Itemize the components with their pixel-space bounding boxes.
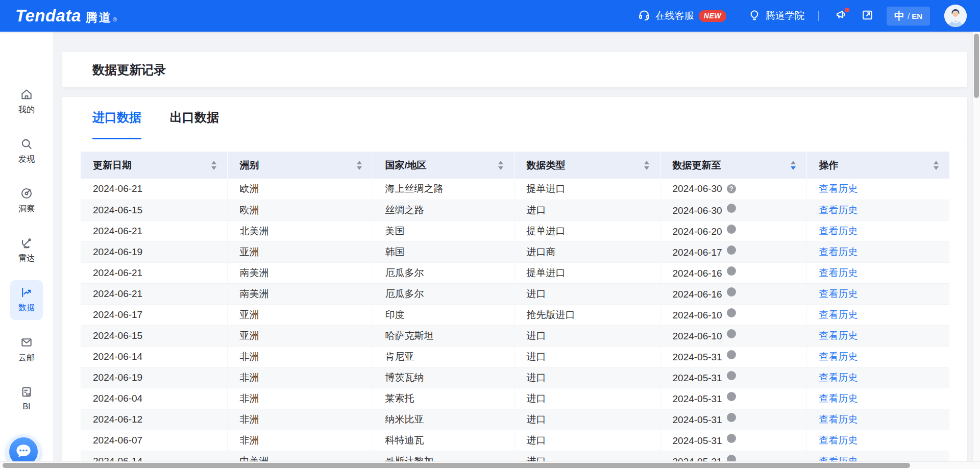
- table-row: 2024-06-17 亚洲 印度 抢先版进口 2024-06-10 查看历史: [81, 304, 949, 325]
- sort-desc-icon[interactable]: [934, 166, 939, 170]
- help-icon[interactable]: [727, 225, 736, 234]
- cell-action: 查看历史: [806, 409, 949, 430]
- nav-divider: [818, 11, 819, 21]
- sort-control[interactable]: [211, 161, 216, 170]
- user-avatar[interactable]: [944, 5, 967, 27]
- search-icon: [20, 137, 33, 151]
- view-history-link[interactable]: 查看历史: [819, 414, 858, 425]
- help-icon[interactable]: [727, 245, 736, 255]
- announcements-button[interactable]: [832, 7, 850, 24]
- bi-icon: BI: [20, 385, 33, 399]
- sort-control[interactable]: [644, 161, 649, 170]
- cell-country: 印度: [373, 304, 514, 325]
- academy-label: 腾道学院: [766, 9, 804, 22]
- sort-control[interactable]: [791, 161, 796, 170]
- page-title: 数据更新记录: [92, 62, 166, 78]
- data-update-table: 更新日期 洲别 国家/地区 数据类型 数据更新至: [81, 152, 949, 469]
- view-history-link[interactable]: 查看历史: [819, 435, 858, 446]
- help-icon[interactable]: [727, 287, 736, 297]
- mail-icon: [20, 336, 33, 349]
- cell-continent: 非洲: [227, 409, 373, 430]
- tab-import-data[interactable]: 进口数据: [92, 97, 141, 139]
- cell-data-type: 抢先版进口: [514, 304, 660, 325]
- view-history-link[interactable]: 查看历史: [819, 205, 858, 215]
- sidebar-item-search[interactable]: 发现: [0, 137, 53, 165]
- view-history-link[interactable]: 查看历史: [819, 288, 858, 299]
- horizontal-scrollbar-thumb[interactable]: [3, 463, 910, 468]
- sort-desc-icon[interactable]: [498, 166, 503, 170]
- cell-continent: 非洲: [227, 430, 373, 451]
- cell-country: 厄瓜多尔: [373, 262, 514, 283]
- help-icon[interactable]: [727, 266, 736, 276]
- column-header[interactable]: 数据类型: [514, 152, 660, 179]
- column-header[interactable]: 操作: [806, 152, 949, 179]
- column-header[interactable]: 国家/地区: [373, 152, 514, 179]
- table-row: 2024-06-07 非洲 科特迪瓦 进口 2024-05-31 查看历史: [81, 430, 949, 451]
- sidebar-item-radar[interactable]: 雷达: [0, 236, 53, 264]
- cell-action: 查看历史: [806, 430, 949, 451]
- sort-desc-icon[interactable]: [644, 166, 649, 170]
- cell-updated-to: 2024-05-31: [660, 388, 806, 409]
- view-history-link[interactable]: 查看历史: [819, 372, 858, 383]
- help-icon[interactable]: ?: [727, 184, 736, 193]
- table-row: 2024-06-04 非洲 莱索托 进口 2024-05-31 查看历史: [81, 388, 949, 409]
- vertical-scrollbar-thumb[interactable]: [974, 34, 979, 98]
- online-service-link[interactable]: 在线客服 NEW: [638, 8, 726, 24]
- view-history-link[interactable]: 查看历史: [819, 267, 858, 278]
- brand-logo[interactable]: Tendata 腾道 ®: [15, 6, 117, 26]
- view-history-link[interactable]: 查看历史: [819, 330, 858, 341]
- cell-update-date: 2024-06-07: [81, 430, 227, 451]
- sidebar-item-mail[interactable]: 云邮: [0, 336, 53, 363]
- sort-desc-icon[interactable]: [791, 166, 796, 170]
- sort-asc-icon[interactable]: [498, 161, 503, 164]
- cell-data-type: 进口: [514, 388, 660, 409]
- cell-updated-to: 2024-06-10: [660, 304, 806, 325]
- vertical-scrollbar-track[interactable]: [972, 32, 980, 461]
- column-header[interactable]: 洲别: [227, 152, 373, 179]
- sort-asc-icon[interactable]: [644, 161, 649, 164]
- sort-control[interactable]: [934, 161, 939, 170]
- help-icon[interactable]: [727, 434, 736, 443]
- sidebar-item-insight[interactable]: 洞察: [0, 187, 53, 214]
- cell-data-type: 进口: [514, 283, 660, 304]
- view-history-link[interactable]: 查看历史: [819, 309, 858, 320]
- help-icon[interactable]: [727, 329, 736, 338]
- cell-data-type: 提单进口: [514, 220, 660, 241]
- cell-continent: 欧洲: [227, 200, 373, 220]
- sort-control[interactable]: [357, 161, 362, 170]
- column-header[interactable]: 更新日期: [81, 152, 227, 179]
- academy-link[interactable]: 腾道学院: [748, 8, 804, 24]
- sidebar-item-home[interactable]: 我的: [0, 88, 53, 115]
- help-icon[interactable]: [727, 308, 736, 317]
- view-history-link[interactable]: 查看历史: [819, 351, 858, 362]
- help-icon[interactable]: [727, 413, 736, 422]
- tab-export-data[interactable]: 出口数据: [170, 97, 219, 139]
- help-icon[interactable]: [727, 204, 736, 213]
- cell-country: 纳米比亚: [373, 409, 514, 430]
- sort-desc-icon[interactable]: [357, 166, 362, 170]
- column-header[interactable]: 数据更新至: [660, 152, 806, 179]
- help-icon[interactable]: [727, 371, 736, 380]
- sort-asc-icon[interactable]: [791, 161, 796, 164]
- fullscreen-button[interactable]: [859, 7, 876, 24]
- cell-country: 博茨瓦纳: [373, 367, 514, 388]
- help-icon[interactable]: [727, 350, 736, 359]
- data-records-card: 进口数据 出口数据 更新日期 洲别 国家/地区: [62, 97, 967, 469]
- view-history-link[interactable]: 查看历史: [819, 183, 858, 194]
- help-icon[interactable]: [727, 392, 736, 401]
- sidebar-item-chart[interactable]: 数据: [10, 280, 43, 320]
- sort-asc-icon[interactable]: [211, 161, 216, 164]
- view-history-link[interactable]: 查看历史: [819, 393, 858, 404]
- tab-bar: 进口数据 出口数据: [62, 97, 967, 139]
- horizontal-scrollbar-track[interactable]: [0, 461, 980, 469]
- language-divider: /: [908, 12, 910, 20]
- view-history-link[interactable]: 查看历史: [819, 226, 858, 236]
- sort-asc-icon[interactable]: [934, 161, 939, 164]
- view-history-link[interactable]: 查看历史: [819, 246, 858, 257]
- sort-asc-icon[interactable]: [357, 161, 362, 164]
- sort-desc-icon[interactable]: [211, 166, 216, 170]
- sort-control[interactable]: [498, 161, 503, 170]
- language-toggle[interactable]: 中 / EN: [887, 7, 930, 26]
- sidebar-item-bi[interactable]: BI BI: [0, 385, 53, 411]
- svg-text:BI: BI: [26, 392, 30, 397]
